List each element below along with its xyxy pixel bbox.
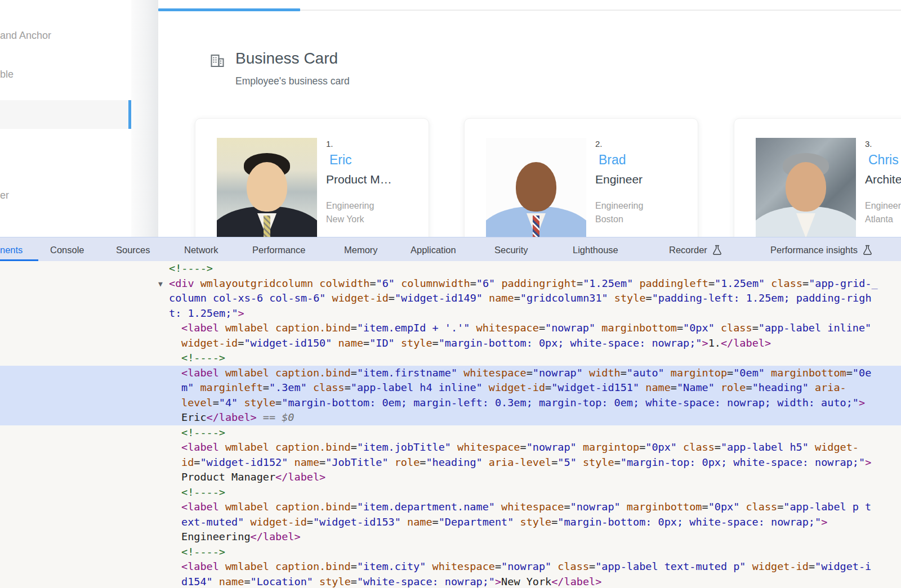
active-tab-indicator [158, 8, 300, 11]
header-divider [300, 10, 901, 11]
dom-tree-node[interactable]: <label wmlabel caption.bind="item.city" … [0, 559, 901, 574]
dom-tree-node[interactable]: <!----> [0, 545, 901, 560]
business-card[interactable]: 1. Eric Product M… Engineering New York [195, 118, 429, 237]
dom-tree-node[interactable]: column col-xs-6 col-sm-6" widget-id="wid… [0, 291, 901, 306]
sidebar-item-ble[interactable]: ble [0, 68, 131, 80]
devtools-tab-label: Memory [344, 245, 378, 255]
devtools-tab[interactable]: Network [184, 237, 218, 262]
devtools-tab-label: Performance insights [770, 245, 858, 255]
dom-tree-node[interactable]: t: 1.25em;"> [0, 306, 901, 321]
dom-tree-node[interactable]: d154" name="Location" style="white-space… [0, 574, 901, 588]
sidebar-item-anchor[interactable]: and Anchor [0, 29, 131, 42]
devtools-tab[interactable]: Recorder [669, 237, 722, 262]
devtools-tab-label: Recorder [669, 245, 707, 255]
dom-tree-node[interactable]: Product Manager</label> [0, 470, 901, 485]
employee-city: New York [326, 214, 364, 225]
flask-icon [863, 245, 872, 255]
employee-name[interactable]: Chris [868, 152, 899, 168]
employee-photo [756, 138, 856, 237]
page-title: Business Card [235, 50, 338, 68]
devtools-tab-label: Security [494, 245, 528, 255]
devtools-tab-label: Lighthouse [573, 245, 618, 255]
dom-tree-node[interactable]: m" marginleft=".3em" class="app-label h4… [0, 380, 901, 396]
devtools-tab-label: nents [0, 245, 23, 255]
employee-city: Atlanta [865, 214, 893, 225]
business-card[interactable]: 3. Chris Architect Engineering Atlanta [734, 118, 901, 237]
page-subtitle: Employee's business card [235, 75, 350, 87]
employee-name[interactable]: Eric [329, 152, 352, 168]
devtools-tab[interactable]: Memory [344, 237, 378, 262]
employee-id: 3. [865, 139, 872, 149]
employee-city: Boston [595, 214, 623, 225]
dom-tree-node[interactable]: <label wmlabel caption.bind="item.firstn… [0, 366, 901, 381]
employee-photo [217, 138, 317, 237]
dom-tree-node[interactable]: <!----> [0, 351, 901, 366]
employee-department: Engineering [326, 201, 374, 211]
sidebar-item-selected[interactable] [0, 100, 131, 129]
sidebar-item-er[interactable]: er [0, 189, 131, 201]
dom-tree-node[interactable]: <!----> [0, 425, 901, 441]
dom-tree-node[interactable]: Engineering</label> [0, 529, 901, 545]
employee-name[interactable]: Brad [599, 152, 626, 168]
dom-tree-node[interactable]: <label wmlabel caption.bind="item.depart… [0, 500, 901, 515]
dom-tree-node[interactable]: id="widget-id152" name="JobTitle" role="… [0, 455, 901, 470]
devtools-tabbar: nents Console Sources Network Performanc… [0, 237, 901, 262]
devtools-tab[interactable]: nents [0, 237, 23, 262]
devtools-tab-label: Sources [116, 245, 150, 255]
expand-arrow-icon[interactable]: ▼ [158, 277, 163, 292]
devtools-tab-label: Network [184, 245, 218, 255]
building-icon [210, 53, 225, 68]
devtools-tab[interactable]: Application [411, 237, 456, 262]
business-card[interactable]: 2. Brad Engineer Engineering Boston [464, 118, 698, 237]
employee-department: Engineering [865, 201, 901, 211]
devtools-tab-label: Performance [252, 245, 305, 255]
app-preview: Business Card Employee's business card 1… [158, 0, 901, 237]
sidebar: and Anchor ble er [0, 0, 131, 237]
devtools-tab[interactable]: Console [50, 237, 84, 262]
dom-tree-node[interactable]: <!----> [0, 261, 901, 276]
dom-tree-node[interactable]: level="4" style="margin-bottom: 0em; mar… [0, 396, 901, 411]
employee-id: 2. [595, 139, 603, 149]
employee-department: Engineering [595, 201, 643, 211]
dom-tree-node[interactable]: <label wmlabel caption.bind="item.empId … [0, 321, 901, 336]
employee-id: 1. [326, 139, 333, 149]
dom-tree-node[interactable]: <!----> [0, 485, 901, 500]
employee-job-title: Product M… [326, 173, 392, 186]
panel-separator [131, 0, 158, 237]
devtools-panel: nents Console Sources Network Performanc… [0, 237, 901, 588]
devtools-tab[interactable]: Lighthouse [573, 237, 618, 262]
devtools-tab-label: Console [50, 245, 84, 255]
dom-tree-node[interactable]: ext-muted" widget-id="widget-id153" name… [0, 515, 901, 530]
devtools-tab[interactable]: Security [494, 237, 528, 262]
employee-photo [486, 138, 586, 237]
employee-job-title: Engineer [595, 173, 643, 186]
employee-job-title: Architect [865, 173, 901, 186]
devtools-tab[interactable]: Performance insights [770, 237, 872, 262]
devtools-tab[interactable]: Performance [252, 237, 305, 262]
dom-tree-node[interactable]: widget-id="widget-id150" name="ID" style… [0, 336, 901, 351]
dom-tree-node[interactable]: ▼<div wmlayoutgridcolumn colwidth="6" co… [0, 276, 901, 291]
dom-tree-node[interactable]: Eric</label> == $0 [0, 410, 901, 425]
devtools-tab-label: Application [411, 245, 456, 255]
flask-icon [712, 245, 722, 255]
devtools-tab[interactable]: Sources [116, 237, 150, 262]
elements-tree[interactable]: <!---->▼<div wmlayoutgridcolumn colwidth… [0, 261, 901, 588]
dom-tree-node[interactable]: <label wmlabel caption.bind="item.jobTit… [0, 440, 901, 455]
